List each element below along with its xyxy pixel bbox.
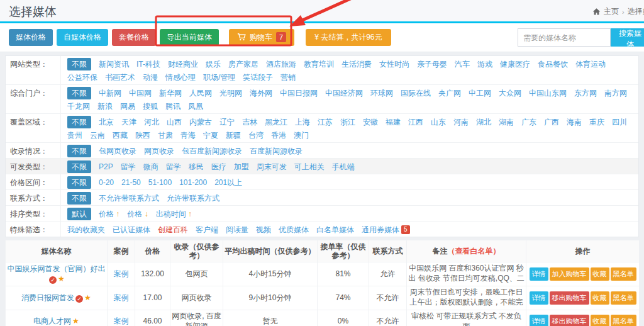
filter-option[interactable]: 留学: [121, 160, 136, 173]
filter-option[interactable]: 天津: [121, 116, 136, 128]
filter-option[interactable]: 新华网: [159, 87, 182, 99]
filter-option[interactable]: 移民: [189, 160, 204, 173]
filter-option[interactable]: 环球网: [370, 87, 393, 99]
filter-option-selected[interactable]: 不限: [67, 58, 91, 70]
filter-option[interactable]: 酒店旅游: [266, 58, 296, 70]
filter-option[interactable]: 大众网: [499, 87, 521, 99]
filter-option-selected[interactable]: 不限: [67, 145, 91, 157]
favorite-button[interactable]: 收藏: [591, 291, 609, 305]
filter-option[interactable]: 微商: [143, 160, 158, 173]
filter-option[interactable]: 财经商业: [168, 58, 198, 70]
case-link[interactable]: 案例: [114, 269, 129, 278]
case-link[interactable]: 案例: [114, 293, 129, 302]
filter-option[interactable]: 吉林: [242, 116, 257, 128]
filter-option[interactable]: 云南: [90, 129, 105, 142]
filter-option[interactable]: 0-20: [99, 176, 114, 189]
detail-button[interactable]: 详情: [530, 291, 548, 305]
filter-option[interactable]: P2P: [99, 160, 113, 173]
filter-option[interactable]: 西藏: [113, 129, 128, 142]
remove-from-cart-button[interactable]: 移出购物车: [550, 315, 589, 326]
filter-option[interactable]: 已认证媒体: [113, 223, 150, 236]
filter-option[interactable]: 网易: [120, 100, 135, 113]
filter-option[interactable]: 山西: [167, 116, 182, 128]
filter-option[interactable]: 51-100: [148, 176, 172, 189]
filter-option-selected[interactable]: 不限: [67, 192, 91, 205]
filter-option[interactable]: 情感心理: [165, 71, 196, 84]
filter-option[interactable]: 海外网: [250, 87, 272, 99]
detail-button[interactable]: 详情: [530, 315, 548, 326]
filter-option[interactable]: 澳门: [294, 129, 309, 142]
filter-option[interactable]: 海南: [567, 116, 582, 128]
case-link[interactable]: 案例: [114, 317, 129, 325]
filter-option[interactable]: 不允许带联系方式: [99, 192, 159, 205]
filter-option[interactable]: 上海: [295, 116, 310, 128]
filter-option[interactable]: 中国山东网: [529, 87, 567, 99]
filter-option[interactable]: 江苏: [318, 116, 333, 128]
filter-option[interactable]: 辽宁: [219, 116, 235, 128]
filter-option[interactable]: 101-200: [179, 176, 207, 189]
filter-option[interactable]: 四川: [612, 116, 627, 128]
filter-option[interactable]: 山东: [431, 116, 446, 128]
filter-option[interactable]: 手机端: [332, 160, 355, 173]
filter-option[interactable]: 黑龙江: [265, 116, 287, 128]
filter-option[interactable]: 光明网: [219, 87, 242, 99]
favorite-button[interactable]: 收藏: [591, 315, 609, 326]
filter-option[interactable]: 甘肃: [158, 129, 173, 142]
filter-option[interactable]: 书画艺术: [105, 71, 135, 84]
filter-option[interactable]: 优质媒体: [279, 223, 309, 236]
filter-option[interactable]: 央广网: [438, 87, 461, 99]
filter-option[interactable]: IT-科技: [136, 58, 160, 70]
filter-option[interactable]: 允许带联系方式: [167, 192, 219, 205]
package-price-button[interactable]: 套餐价格: [112, 29, 156, 46]
filter-option[interactable]: 安徽: [363, 116, 378, 128]
filter-option[interactable]: 包百度新闻源收录: [182, 145, 242, 157]
filter-option[interactable]: 视频: [256, 223, 271, 236]
filter-option[interactable]: 医疗: [211, 160, 226, 173]
filter-option[interactable]: 中国经济网: [325, 87, 363, 99]
filter-option[interactable]: 宁夏: [203, 129, 218, 142]
filter-option[interactable]: 中国日报网: [280, 87, 318, 99]
filter-option[interactable]: 周末可发: [257, 160, 287, 173]
filter-option[interactable]: 青海: [180, 129, 196, 142]
breadcrumb-home-link[interactable]: 主页: [604, 6, 619, 17]
blacklist-button[interactable]: 黑名单: [611, 267, 636, 281]
filter-option[interactable]: 江西: [408, 116, 423, 128]
filter-option[interactable]: 女性时尚: [379, 58, 409, 70]
filter-option[interactable]: 汽车: [455, 58, 470, 70]
filter-option[interactable]: 价格 ↑: [99, 208, 119, 220]
filter-option[interactable]: 南方网: [604, 87, 627, 99]
export-current-media-button[interactable]: 导出当前媒体: [160, 29, 219, 46]
filter-option[interactable]: 出稿时间 ↑: [156, 208, 192, 220]
filter-option[interactable]: 国际在线: [401, 87, 431, 99]
filter-option[interactable]: 房产家居: [228, 58, 258, 70]
filter-option[interactable]: 生活消费: [341, 58, 372, 70]
add-to-cart-button[interactable]: 加入购物车: [550, 267, 589, 281]
filter-option[interactable]: 加盟: [234, 160, 249, 173]
media-name-link[interactable]: 电商人才网: [33, 317, 71, 325]
filter-option[interactable]: 留学: [166, 160, 181, 173]
filter-option[interactable]: 东方网: [574, 87, 597, 99]
filter-option-selected[interactable]: 不限: [67, 160, 91, 173]
filter-option[interactable]: 201以上: [214, 176, 242, 189]
filter-option[interactable]: 湖南: [499, 116, 514, 128]
favorite-button[interactable]: 收藏: [591, 267, 609, 281]
filter-option[interactable]: 千龙网: [67, 100, 90, 113]
filter-option[interactable]: 价格 ↓: [127, 208, 148, 220]
filter-option[interactable]: 广东: [521, 116, 536, 128]
filter-option[interactable]: 亲子母婴: [417, 58, 447, 70]
filter-option[interactable]: 福建: [386, 116, 401, 128]
filter-option[interactable]: 贵州: [67, 129, 82, 142]
filter-option[interactable]: 人民网: [189, 87, 212, 99]
self-media-price-button[interactable]: 自媒体价格: [57, 29, 108, 46]
filter-option[interactable]: 广西: [544, 116, 559, 128]
filter-option[interactable]: 湖北: [476, 116, 491, 128]
filter-option[interactable]: 新浪: [97, 100, 113, 113]
filter-option[interactable]: 河北: [144, 116, 159, 128]
media-name-link[interactable]: 消费日报网首发: [21, 293, 74, 302]
filter-option[interactable]: 食品餐饮: [538, 58, 568, 70]
whitelist-link[interactable]: （查看白名单）: [448, 247, 501, 256]
filter-option[interactable]: 营销: [280, 71, 296, 84]
filter-option-selected[interactable]: 默认: [67, 208, 91, 220]
filter-option[interactable]: 网页收录: [144, 145, 174, 157]
filter-option[interactable]: 香港: [271, 129, 286, 142]
